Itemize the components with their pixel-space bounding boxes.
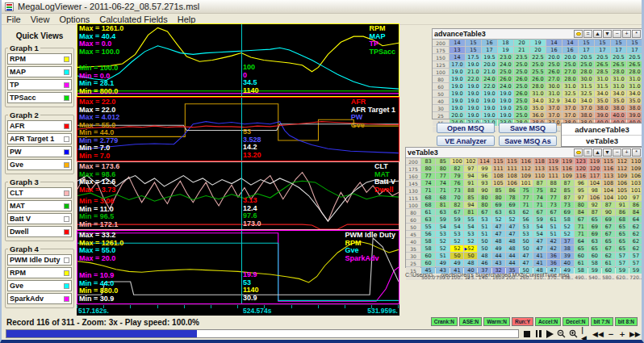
table-cell[interactable]: 26.5 [627,61,642,68]
table-cell[interactable]: 67 [450,209,463,215]
table-cell[interactable]: 106 [616,180,629,186]
table-cell[interactable]: 14 [546,40,562,46]
table-cell[interactable]: 116 [561,165,574,172]
table-cell[interactable]: 63 [492,209,505,215]
table-cell[interactable]: 59 [616,267,629,274]
table-cell[interactable]: 42 [547,245,560,252]
table-cell[interactable]: 78 [506,195,519,201]
table-cell[interactable]: 87 [561,195,574,201]
table-cell[interactable]: 19.0 [498,98,513,104]
sidebar-item-clt-g3[interactable]: CLT [7,187,72,199]
table-cell[interactable]: 52 [464,238,477,245]
table-cell[interactable]: 38.0 [595,105,610,111]
table-cell[interactable]: 17 [611,47,626,53]
table-cell[interactable]: 59 [629,267,642,274]
table-cell[interactable]: 82 [450,202,463,208]
table-cell[interactable]: 71 [436,187,450,194]
table-cell[interactable]: 109 [561,173,574,179]
table-cell[interactable]: 26.0 [514,90,529,97]
table-cell[interactable]: 69 [506,202,519,208]
table-cell[interactable]: 53 [478,216,491,223]
menu-item-view[interactable]: View [26,15,55,24]
table-cell[interactable]: 104 [602,187,615,194]
table-cell[interactable]: 86 [616,209,629,215]
table-cell[interactable]: 14 [450,40,465,46]
table-cell[interactable]: 22.5 [530,54,546,61]
table-cell[interactable]: 25.0 [514,98,529,104]
table-cell[interactable]: 52 [436,245,450,252]
table-cell[interactable]: 54 [450,224,463,230]
sidebar-item-tpsacc-g1[interactable]: TPSacc [7,92,72,103]
save-msq-as-button[interactable]: Save MSQ As [499,136,557,146]
table-cell[interactable]: 79 [450,173,463,179]
table-cell[interactable]: 103 [629,180,642,186]
table-cell[interactable]: 34.0 [579,98,594,104]
table-cell[interactable]: 88 [547,180,560,186]
table-cell[interactable]: 38 [561,245,574,252]
table-cell[interactable]: 48 [492,238,505,245]
table-cell[interactable]: 68 [616,216,629,223]
table-cell[interactable]: 63 [506,209,519,215]
graph-3-plot[interactable]: Max = 173.6Max = 98.6Max = 12.6Max = 3.7… [77,161,399,230]
table-cell[interactable]: 73 [561,202,574,208]
table-cell[interactable]: 19.0 [450,83,465,90]
table-cell[interactable]: 19.0 [450,105,465,111]
ve-analyzer-button[interactable]: VE Analyzer [437,136,495,146]
sidebar-item-afr-g2[interactable]: AFR [7,120,72,132]
table-cell[interactable]: 56 [421,231,435,237]
table-cell[interactable]: 97 [629,195,642,201]
table-cell[interactable]: 48 [464,260,477,266]
table-cell[interactable]: 61 [421,209,435,215]
table-cell[interactable]: 32.5 [579,90,594,97]
table-cell[interactable]: 68 [436,195,450,201]
table-cell[interactable]: 28.0 [627,69,642,75]
table-cell[interactable]: 69 [588,224,601,230]
table-cell[interactable]: 112 [616,165,629,172]
table-cell[interactable]: 40.0 [611,112,626,119]
table-cell[interactable]: 41 [533,253,546,259]
table-cell[interactable]: 59 [533,216,546,223]
table-cell[interactable]: 115 [547,165,560,172]
table-cell[interactable]: 53 [520,231,533,237]
table-cell[interactable]: 112 [616,158,629,165]
table-cell[interactable]: 16 [562,47,578,53]
table-cell[interactable]: 20.0 [546,54,562,61]
scale-button[interactable]: * [632,30,641,38]
table-cell[interactable]: 80 [492,195,505,201]
table-cell[interactable]: 69 [602,216,615,223]
table-cell[interactable]: 74 [421,180,435,186]
table-cell[interactable]: 51 [436,253,450,259]
table-cell[interactable]: 97 [464,165,477,172]
table-cell[interactable]: 62 [629,231,642,237]
table-cell[interactable]: 90 [478,187,491,194]
table-cell[interactable]: 26.0 [514,76,529,82]
table-cell[interactable]: 98 [588,187,601,194]
table-cell[interactable]: 16 [482,40,497,46]
table-cell[interactable]: 14 [562,40,578,46]
table-cell[interactable]: 108 [506,173,519,179]
table-cell[interactable]: 60 [602,267,615,274]
table-cell[interactable]: 118 [533,158,546,165]
table-cell[interactable]: 28.0 [562,76,578,82]
table-cell[interactable]: 68 [421,195,435,201]
table-cell[interactable]: 67 [602,245,615,252]
table-cell[interactable]: 59 [588,267,601,274]
table-cell[interactable]: 58 [561,216,574,223]
table-cell[interactable]: 15 [579,40,594,46]
table-cell[interactable]: 51 [478,231,491,237]
table-cell[interactable]: 28.0 [579,69,594,75]
table-cell[interactable]: 22.0 [466,76,481,82]
table-cell[interactable]: 19.0 [450,69,465,75]
table-cell[interactable]: 67 [533,209,546,215]
table-cell[interactable]: 80 [575,202,588,208]
table-cell[interactable]: 28.5 [595,69,610,75]
table-cell[interactable]: 49 [436,260,450,266]
table-cell[interactable]: 60 [421,253,435,259]
table-cell[interactable]: 26.0 [498,76,513,82]
table-cell[interactable]: 114 [478,158,491,165]
play-button[interactable] [546,329,554,339]
table-cell[interactable]: 47 [492,231,505,237]
table-list-item-vetable3[interactable]: veTable3 [562,135,642,146]
table-cell[interactable]: 13 [450,47,465,53]
table-cell[interactable]: 102 [464,158,477,165]
